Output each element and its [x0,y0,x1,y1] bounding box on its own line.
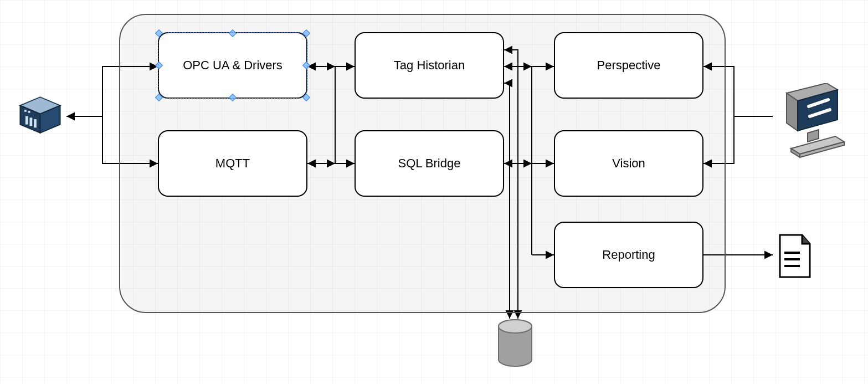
node-perspective[interactable]: Perspective [554,32,703,99]
database-icon[interactable] [496,319,535,374]
node-label: Reporting [602,248,655,262]
svg-rect-3 [24,110,27,112]
node-label: MQTT [215,156,250,171]
node-label: Perspective [597,58,661,73]
node-label: Tag Historian [394,58,465,73]
svg-rect-6 [30,117,33,126]
computer-icon[interactable] [775,83,848,161]
server-icon[interactable] [14,89,66,141]
svg-marker-13 [808,130,819,142]
svg-rect-5 [25,116,28,124]
node-label: OPC UA & Drivers [183,58,283,73]
document-icon[interactable] [775,233,814,280]
node-label: Vision [612,156,645,171]
node-reporting[interactable]: Reporting [554,222,703,288]
node-tag-historian[interactable]: Tag Historian [355,32,504,99]
node-label: SQL Bridge [398,156,461,171]
svg-point-9 [499,320,532,333]
svg-rect-7 [34,119,37,127]
svg-rect-4 [28,111,30,113]
node-opc-ua-drivers[interactable]: OPC UA & Drivers [158,32,307,99]
node-vision[interactable]: Vision [554,130,703,197]
node-sql-bridge[interactable]: SQL Bridge [355,130,504,197]
node-mqtt[interactable]: MQTT [158,130,307,197]
